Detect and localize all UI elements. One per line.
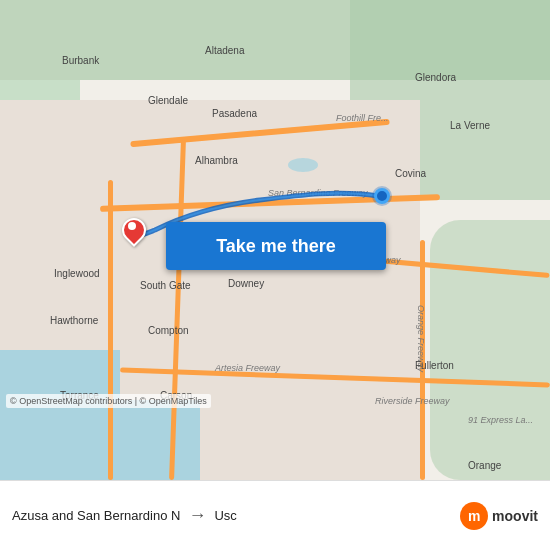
freeway-110 [108, 180, 113, 480]
map-attribution: © OpenStreetMap contributors | © OpenMap… [6, 394, 211, 408]
map-container: Burbank Altadena Glendora Glendale Pasad… [0, 0, 550, 480]
destination-pin [374, 188, 390, 204]
take-me-there-button[interactable]: Take me there [166, 222, 386, 270]
moovit-icon: m [460, 502, 488, 530]
route-from: Azusa and San Bernardino N [12, 508, 180, 523]
route-arrow: → [188, 505, 206, 526]
bottom-bar: Azusa and San Bernardino N → Usc m moovi… [0, 480, 550, 550]
small-lake [288, 158, 318, 172]
freeway-57 [420, 240, 425, 480]
green-east [430, 220, 550, 480]
moovit-logo: m moovit [460, 502, 538, 530]
moovit-text: moovit [492, 508, 538, 524]
route-to: Usc [214, 508, 236, 523]
